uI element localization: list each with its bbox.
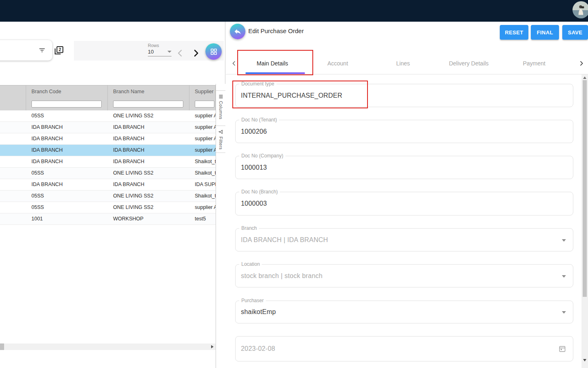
table-body: 05SS ONE LIVING SS2 supplier A IDA BRANC… [0, 110, 216, 225]
table-row[interactable]: IDA BRANCH IDA BRANCH Shaikot_te [0, 156, 216, 168]
field-value: stock branch | stock branch [241, 272, 323, 280]
user-avatar[interactable] [572, 1, 588, 18]
cell-branch-name: ONE LIVING SS2 [108, 202, 189, 213]
filter-list-icon[interactable] [38, 47, 46, 54]
cell-supplier: Shaikot_te [189, 191, 216, 202]
scroll-right-arrow-icon[interactable] [211, 345, 214, 348]
avatar-photo [572, 1, 588, 18]
next-page-button[interactable] [191, 48, 201, 58]
tab-account[interactable]: Account [305, 52, 370, 74]
cell-supplier: Shaikot_te [189, 168, 216, 179]
cell-empty [0, 133, 26, 144]
cell-empty [0, 213, 26, 224]
cell-empty [0, 156, 26, 167]
cell-branch-name: IDA BRANCH [108, 133, 189, 144]
tab-lines[interactable]: Lines [370, 52, 436, 74]
table-row[interactable]: 05SS ONE LIVING SS2 Shaikot_te [0, 168, 216, 179]
column-header-supplier[interactable]: Supplier Name [189, 85, 216, 97]
cell-supplier: Shaikot_te [189, 156, 216, 167]
table-row[interactable]: 05SS ONE LIVING SS2 supplier A [0, 110, 216, 122]
grid-icon [210, 48, 218, 56]
previous-page-button[interactable] [176, 48, 185, 58]
cell-supplier: supplier A [189, 122, 216, 133]
table-row[interactable]: IDA BRANCH IDA BRANCH IDA SUPP [0, 179, 216, 191]
column-header-branch-code[interactable]: Branch Code [26, 85, 108, 97]
column-header-branch-name[interactable]: Branch Name [108, 85, 189, 97]
field-value: INTERNAL_PURCHASE_ORDER [241, 92, 342, 99]
scroll-down-arrow-icon[interactable] [583, 359, 586, 361]
table-row[interactable]: 1001 WORKSHOP test5 [0, 213, 216, 225]
scrollbar-thumb[interactable] [583, 80, 587, 297]
cell-supplier: supplier A [189, 110, 216, 121]
field-value: IDA BRANCH | IDA BRANCH [241, 236, 328, 244]
form-tab-bar: Main Details Account Lines Delivery Deta… [226, 52, 588, 74]
tab-main-details[interactable]: Main Details [240, 52, 305, 74]
tabs-scroll-left-button[interactable] [231, 60, 237, 67]
doc-no-tenant-field[interactable]: Doc No (Tenant) 1000206 [235, 120, 573, 143]
table-row[interactable]: 05SS ONE LIVING SS2 supplier A [0, 202, 216, 213]
filters-side-tab[interactable]: Filters [216, 126, 225, 153]
filter-2-pages-icon[interactable]: 2 [53, 45, 65, 56]
final-button[interactable]: FINAL [531, 25, 559, 40]
chevron-down-icon [562, 311, 566, 314]
cell-branch-code: 05SS [26, 202, 108, 213]
cell-branch-name: ONE LIVING SS2 [108, 191, 189, 202]
field-label: Location [239, 261, 262, 267]
field-value: 1000013 [241, 164, 267, 171]
tab-delivery-details[interactable]: Delivery Details [436, 52, 501, 74]
cell-branch-code: IDA BRANCH [26, 145, 108, 156]
columns-icon [218, 94, 223, 99]
table-row[interactable]: 05SS ONE LIVING SS2 Shaikot_te [0, 191, 216, 202]
rows-per-page-value: 10 [148, 49, 154, 55]
table-row[interactable]: IDA BRANCH IDA BRANCH supplier A [0, 145, 216, 156]
table-row[interactable]: IDA BRANCH IDA BRANCH supplier A [0, 122, 216, 133]
grid-view-button[interactable] [205, 43, 222, 60]
form-vertical-scrollbar[interactable] [581, 74, 588, 368]
tab-payment[interactable]: Payment [501, 52, 567, 74]
filter-input-branch-name[interactable] [113, 101, 183, 108]
cell-branch-name: IDA BRANCH [108, 179, 189, 190]
columns-side-tab[interactable]: Columns [216, 91, 225, 126]
field-value: 1000206 [241, 128, 267, 135]
back-button[interactable] [230, 24, 245, 39]
scrollbar-thumb[interactable] [0, 343, 4, 350]
table-horizontal-scrollbar[interactable] [0, 343, 216, 350]
field-label: Document type [239, 81, 276, 87]
field-label: Branch [239, 225, 259, 231]
cell-empty [0, 168, 26, 179]
reset-button[interactable]: RESET [500, 25, 528, 40]
chevron-down-icon [167, 51, 172, 53]
rows-label: Rows [148, 43, 172, 48]
filter-input-branch-code[interactable] [31, 101, 102, 108]
save-button[interactable]: SAVE [562, 25, 588, 40]
grid-list-panel: 2 Rows 10 Branch Code Branch Name Suppli… [0, 22, 225, 368]
svg-text:2: 2 [59, 47, 61, 52]
cell-supplier: IDA SUPP [189, 179, 216, 190]
filter-input-supplier[interactable] [195, 101, 214, 108]
tabs-scroll-right-button[interactable] [578, 60, 585, 67]
table-header-row: Branch Code Branch Name Supplier Name [0, 85, 216, 97]
table-side-strip: Columns Filters [216, 84, 225, 368]
cell-supplier: supplier A [189, 202, 216, 213]
doc-no-branch-field[interactable]: Doc No (Branch) 1000003 [235, 192, 573, 215]
purchaser-dropdown[interactable]: Purchaser shaikotEmp [235, 301, 573, 323]
cell-branch-code: IDA BRANCH [26, 133, 108, 144]
location-dropdown: Location stock branch | stock branch [235, 264, 573, 287]
field-label: Doc No (Branch) [239, 189, 280, 195]
table-row[interactable]: IDA BRANCH IDA BRANCH supplier A [0, 133, 216, 145]
columns-side-tab-label: Columns [218, 101, 223, 119]
field-value: 1000003 [241, 200, 267, 207]
cell-branch-code: 05SS [26, 168, 108, 179]
top-navbar [0, 0, 588, 22]
order-date-field[interactable]: 2023-02-08 [235, 336, 573, 361]
calendar-icon[interactable] [558, 345, 566, 353]
cell-supplier: test5 [189, 213, 216, 224]
cell-branch-name: IDA BRANCH [108, 145, 189, 156]
doc-no-company-field[interactable]: Doc No (Company) 1000013 [235, 156, 573, 179]
rows-per-page-select[interactable]: 10 [148, 49, 172, 56]
table-filter-row [0, 97, 216, 110]
document-type-field[interactable]: Document type INTERNAL_PURCHASE_ORDER [235, 84, 573, 107]
search-card [0, 40, 52, 61]
cell-branch-name: IDA BRANCH [108, 156, 189, 167]
scroll-up-arrow-icon[interactable] [583, 76, 586, 79]
